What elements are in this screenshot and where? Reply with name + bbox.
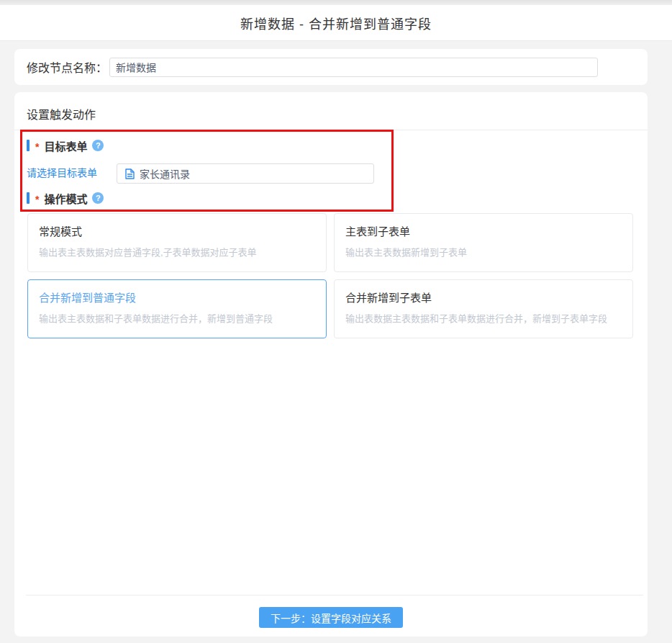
operation-mode-field-label: * 操作模式 ?: [27, 192, 104, 204]
required-asterisk: *: [35, 141, 39, 153]
select-target-form-label: 请选择目标表单: [27, 163, 97, 183]
page-title: 新增数据 - 合并新增到普通字段: [240, 14, 432, 32]
section-divider: [14, 130, 648, 130]
mode-description: 输出表主表数据和子表单数据进行合并，新增到普通字段: [39, 311, 315, 325]
field-accent-bar: [27, 192, 29, 204]
node-name-card: 修改节点名称：: [14, 49, 648, 85]
target-form-field-label: * 目标表单 ?: [27, 139, 104, 152]
node-name-label: 修改节点名称：: [27, 58, 107, 76]
mode-card-merge-to-normal-field[interactable]: 合并新增到普通字段 输出表主表数据和子表单数据进行合并，新增到普通字段: [27, 279, 327, 338]
node-name-input[interactable]: [109, 58, 598, 77]
section-title: 设置触发动作: [27, 105, 96, 122]
mode-description: 输出表主表数据对应普通字段,子表单数据对应子表单: [39, 245, 315, 258]
mode-description: 输出表主表数据新增到子表单: [345, 245, 622, 258]
document-icon: [125, 168, 135, 179]
target-form-label: 目标表单: [44, 138, 87, 153]
mode-title: 常规模式: [39, 223, 315, 238]
mode-description: 输出表数据主表数据和子表单数据进行合并，新增到子表单字段: [345, 311, 622, 325]
operation-mode-options: 常规模式 输出表主表数据对应普通字段,子表单数据对应子表单 主表到子表单 输出表…: [27, 213, 635, 338]
required-asterisk: *: [35, 194, 39, 205]
next-step-button[interactable]: 下一步：设置字段对应关系: [259, 607, 403, 628]
question-circle-icon[interactable]: ?: [92, 140, 104, 151]
target-form-picker[interactable]: 家长通讯录: [117, 163, 374, 184]
trigger-action-card: 设置触发动作 * 目标表单 ? 请选择目标表单 家长通讯录 * 操作模式 ? 常…: [14, 92, 648, 637]
mode-card-normal[interactable]: 常规模式 输出表主表数据对应普通字段,子表单数据对应子表单: [27, 213, 327, 272]
mode-title: 主表到子表单: [345, 223, 622, 238]
mode-card-main-to-subform[interactable]: 主表到子表单 输出表主表数据新增到子表单: [334, 213, 633, 272]
mode-title: 合并新增到子表单: [345, 289, 622, 305]
dialog-header: 新增数据 - 合并新增到普通字段: [0, 5, 672, 41]
question-circle-icon[interactable]: ?: [92, 192, 104, 204]
operation-mode-label: 操作模式: [44, 191, 87, 206]
field-accent-bar: [27, 140, 29, 151]
mode-card-merge-to-subform[interactable]: 合并新增到子表单 输出表数据主表数据和子表单数据进行合并，新增到子表单字段: [334, 279, 633, 338]
mode-title: 合并新增到普通字段: [39, 289, 315, 305]
selected-form-name: 家长通讯录: [140, 166, 190, 181]
footer-divider: [26, 595, 643, 595]
top-scroll-strip: [0, 0, 672, 5]
